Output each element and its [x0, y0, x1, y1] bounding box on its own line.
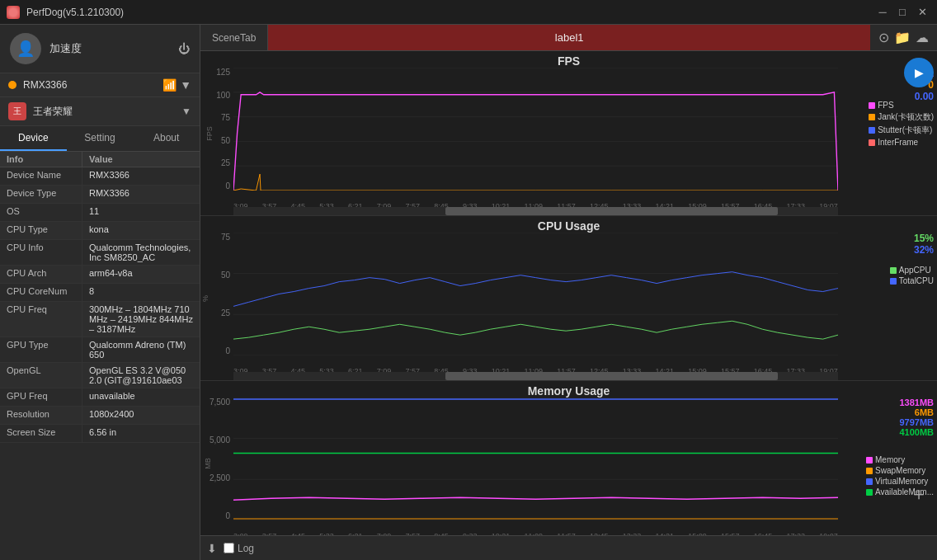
- fps-scrollbar[interactable]: [233, 207, 838, 215]
- fps-y-axis: 1251007550250: [200, 68, 233, 191]
- info-key: CPU Type: [0, 222, 82, 239]
- play-button[interactable]: ▶: [904, 58, 934, 87]
- sidebar-tabs: Device Setting About: [0, 126, 200, 152]
- tab-about[interactable]: About: [133, 126, 200, 151]
- fps-chart-title: FPS: [200, 54, 937, 68]
- info-key: CPU Info: [0, 240, 82, 265]
- right-panel: SceneTab label1 ⊙ 📁 ☁ FPS ▶ FPS 12510075…: [200, 25, 937, 560]
- table-row: CPU InfoQualcomm Technologies, Inc SM825…: [0, 240, 200, 266]
- info-key: CPU CoreNum: [0, 284, 82, 301]
- info-table: Device NameRMX3366Device TypeRMX3366OS11…: [0, 167, 200, 560]
- label1[interactable]: label1: [268, 25, 870, 50]
- info-val: 8: [82, 284, 101, 301]
- info-key: Device Name: [0, 167, 82, 185]
- cpu-chart-title: CPU Usage: [200, 219, 937, 233]
- info-val: RMX3366: [82, 167, 136, 185]
- app-icon: [7, 6, 20, 19]
- cpu-scrollbar-thumb[interactable]: [445, 372, 778, 380]
- table-row: CPU Freq300MHz – 1804MHz 710MHz – 2419MH…: [0, 302, 200, 337]
- table-row: OpenGLOpenGL ES 3.2 V@0502.0 (GIT@191610…: [0, 363, 200, 388]
- table-row: Device TypeRMX3366: [0, 186, 200, 204]
- fps-scrollbar-thumb[interactable]: [445, 207, 778, 215]
- table-header: Info Value: [0, 152, 200, 167]
- close-button[interactable]: ✕: [914, 4, 930, 21]
- main-layout: 👤 加速度 ⏻ RMX3366 📶 ▼ 王 王者荣耀 ▼ Device Sett…: [0, 25, 937, 560]
- fps-chart: FPS ▶ FPS 1251007550250: [200, 51, 937, 216]
- sidebar: 👤 加速度 ⏻ RMX3366 📶 ▼ 王 王者荣耀 ▼ Device Sett…: [0, 25, 200, 560]
- info-key: CPU Arch: [0, 266, 82, 283]
- fps-svg-area: [233, 68, 838, 191]
- cloud-icon[interactable]: ☁: [916, 30, 929, 45]
- profile-row: 👤 加速度 ⏻: [0, 25, 200, 73]
- dropdown-icon[interactable]: ▼: [180, 78, 191, 92]
- bottom-bar: ⬇ Log: [200, 535, 937, 560]
- table-row: OS11: [0, 204, 200, 222]
- device-status-dot: [8, 81, 16, 89]
- info-key: Screen Size: [0, 425, 82, 442]
- cpu-svg-area: [233, 233, 838, 355]
- table-row: Resolution1080x2400: [0, 407, 200, 425]
- memory-y-axis: 7,5005,0002,5000: [200, 398, 233, 520]
- scene-tab[interactable]: SceneTab: [200, 25, 268, 50]
- log-label: Log: [238, 543, 254, 554]
- info-val: 6.56 in: [82, 425, 123, 442]
- info-val: 1080x2400: [82, 407, 140, 424]
- cpu-y-axis: 7550250: [200, 233, 233, 355]
- power-icon[interactable]: ⏻: [178, 42, 190, 55]
- info-val: arm64-v8a: [82, 266, 139, 283]
- info-val: Qualcomm Adreno (TM) 650: [82, 337, 200, 362]
- memory-x-axis: 3:093:574:455:336:217:097:578:459:3310:2…: [233, 532, 838, 535]
- info-val: unavailable: [82, 388, 142, 406]
- col-value: Value: [82, 152, 120, 167]
- memory-svg-area: [233, 398, 838, 520]
- table-row: CPU Archarm64-v8a: [0, 266, 200, 284]
- wifi-icon[interactable]: 📶: [162, 78, 177, 92]
- top-bar: SceneTab label1 ⊙ 📁 ☁: [200, 25, 937, 51]
- device-action-icons: 📶 ▼: [162, 78, 191, 92]
- info-key: Device Type: [0, 186, 82, 203]
- table-row: Device NameRMX3366: [0, 167, 200, 186]
- info-val: 11: [82, 204, 106, 221]
- app-row[interactable]: 王 王者荣耀 ▼: [0, 97, 200, 126]
- info-val: Qualcomm Technologies, Inc SM8250_AC: [82, 240, 200, 265]
- minimize-button[interactable]: ─: [874, 4, 891, 21]
- app-title: PerfDog(v5.1.210300): [26, 7, 868, 18]
- profile-name: 加速度: [49, 42, 82, 54]
- app-name: 王者荣耀: [33, 105, 175, 119]
- info-key: Resolution: [0, 407, 82, 424]
- info-val: RMX3366: [82, 186, 136, 203]
- device-name: RMX3366: [23, 79, 156, 91]
- log-checkbox-label[interactable]: Log: [224, 543, 254, 554]
- tab-device[interactable]: Device: [0, 126, 67, 151]
- cpu-scrollbar[interactable]: [233, 372, 838, 380]
- charts-area[interactable]: FPS ▶ FPS 1251007550250: [200, 51, 937, 535]
- info-val: 300MHz – 1804MHz 710MHz – 2419MHz 844MHz…: [82, 302, 200, 336]
- info-key: OS: [0, 204, 82, 221]
- app-dropdown-icon[interactable]: ▼: [181, 106, 191, 117]
- info-val: kona: [82, 222, 115, 239]
- table-row: GPU TypeQualcomm Adreno (TM) 650: [0, 337, 200, 363]
- memory-chart-title: Memory Usage: [200, 384, 937, 398]
- cpu-values: 15% 32%: [914, 233, 934, 256]
- profile-info: 加速度: [49, 41, 170, 56]
- info-key: OpenGL: [0, 363, 82, 388]
- log-checkbox[interactable]: [224, 543, 234, 553]
- device-row[interactable]: RMX3366 📶 ▼: [0, 73, 200, 97]
- table-row: CPU Typekona: [0, 222, 200, 240]
- title-bar: PerfDog(v5.1.210300) ─ □ ✕: [0, 0, 937, 25]
- avatar: 👤: [10, 33, 41, 64]
- memory-values: 1381MB 6MB 9797MB 4100MB: [899, 398, 934, 437]
- app-logo: 王: [8, 102, 26, 120]
- add-chart-button[interactable]: ＋: [907, 482, 930, 506]
- tab-setting[interactable]: Setting: [67, 126, 134, 151]
- target-icon[interactable]: ⊙: [878, 30, 889, 45]
- top-bar-icons: ⊙ 📁 ☁: [870, 30, 937, 45]
- cpu-legend: AppCPU TotalCPU: [890, 266, 934, 285]
- table-row: CPU CoreNum8: [0, 284, 200, 302]
- down-arrow-icon[interactable]: ⬇: [207, 542, 217, 555]
- folder-icon[interactable]: 📁: [894, 30, 911, 45]
- info-key: CPU Freq: [0, 302, 82, 336]
- table-row: Screen Size6.56 in: [0, 425, 200, 443]
- cpu-chart: CPU Usage % 7550250: [200, 216, 937, 381]
- maximize-button[interactable]: □: [894, 4, 911, 21]
